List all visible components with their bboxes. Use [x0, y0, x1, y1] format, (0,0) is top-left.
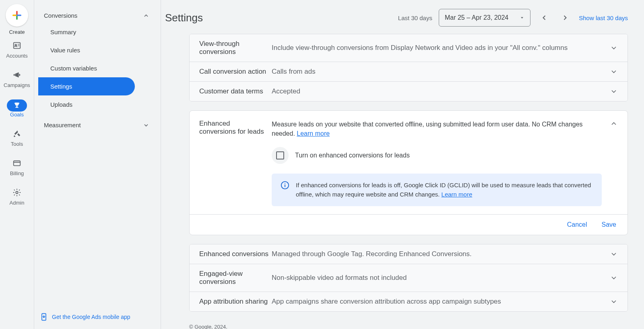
info-callout: If enhanced conversions for leads is off… [272, 174, 602, 206]
accordion-value: App campaigns share conversion attributi… [272, 298, 610, 306]
left-rail: Create Accounts Campaigns Goals Tools Bi… [0, 0, 34, 329]
create-label: Create [9, 29, 25, 35]
svg-marker-8 [521, 17, 523, 19]
create-button[interactable] [6, 4, 28, 27]
accounts-icon [12, 41, 22, 50]
checkbox[interactable] [272, 147, 289, 164]
accordion-enhanced-conversions[interactable]: Enhanced conversions Managed through Goo… [190, 244, 627, 264]
sidebar-item-settings[interactable]: Settings [38, 77, 135, 95]
date-controls: Last 30 days Mar 25 – Apr 23, 2024 Show … [398, 9, 628, 27]
chevron-up-icon [610, 120, 618, 128]
chevron-down-icon [610, 274, 618, 282]
info-learn-more-link[interactable]: Learn more [442, 191, 473, 198]
accordion-label: App attribution sharing [199, 298, 272, 306]
svg-point-1 [15, 44, 17, 46]
megaphone-icon [12, 70, 22, 80]
next-period-button[interactable] [558, 10, 572, 25]
accordion-value: Managed through Google Tag. Recording En… [272, 250, 610, 258]
main-content: Settings Last 30 days Mar 25 – Apr 23, 2… [161, 0, 644, 329]
footer-copyright: © Google, 2024. [189, 324, 628, 329]
rail-item-tools[interactable]: Tools [11, 129, 23, 147]
card-description: Measure leads on your website that conve… [272, 120, 602, 138]
accordion-app-attribution[interactable]: App attribution sharing App campaigns sh… [190, 292, 627, 311]
checkbox-box-icon [276, 151, 284, 159]
accordion-value: Calls from ads [272, 68, 610, 76]
learn-more-link[interactable]: Learn more [297, 130, 330, 137]
trophy-icon [7, 99, 27, 112]
page-title: Settings [165, 12, 203, 24]
accordion-group-bottom: Enhanced conversions Managed through Goo… [189, 244, 628, 312]
chevron-down-icon [610, 68, 618, 76]
mobile-app-link[interactable]: Get the Google Ads mobile app [40, 312, 130, 322]
sidebar-section-measurement[interactable]: Measurement [38, 114, 157, 132]
chevron-down-icon [610, 298, 618, 306]
rail-item-accounts[interactable]: Accounts [6, 41, 27, 59]
rail-label: Admin [10, 200, 25, 206]
date-range-text: Mar 25 – Apr 23, 2024 [445, 14, 508, 21]
enhanced-conversions-leads-card: Enhanced conversions for leads Measure l… [189, 110, 628, 235]
accordion-label: Enhanced conversions [199, 250, 272, 258]
date-range-picker[interactable]: Mar 25 – Apr 23, 2024 [439, 9, 530, 27]
card-icon [12, 158, 22, 168]
rail-item-admin[interactable]: Admin [10, 188, 25, 206]
chevron-down-icon [143, 122, 149, 128]
sidebar-section-conversions[interactable]: Conversions [38, 4, 157, 23]
rail-label: Campaigns [4, 82, 30, 88]
accordion-label: View-through conversions [199, 40, 272, 56]
rail-label: Billing [10, 170, 24, 176]
accordion-label: Customer data terms [199, 87, 272, 95]
accordion-label: Engaged-view conversions [199, 270, 272, 286]
svg-point-11 [285, 183, 285, 184]
card-actions: Cancel Save [190, 214, 627, 235]
accordion-label: Call conversion action [199, 68, 272, 76]
prev-period-button[interactable] [537, 10, 551, 25]
accordion-value: Non-skippable video ad formats not inclu… [272, 274, 610, 282]
rail-label: Tools [11, 141, 23, 147]
section-label: Measurement [44, 122, 81, 128]
sidebar-item-uploads[interactable]: Uploads [38, 95, 135, 114]
svg-rect-4 [14, 161, 21, 166]
chevron-down-icon [610, 44, 618, 52]
accordion-value: Include view-through conversions from Di… [272, 44, 610, 52]
chevron-up-icon [143, 12, 149, 19]
rail-item-billing[interactable]: Billing [10, 158, 24, 176]
chevron-down-icon [610, 87, 618, 95]
sidebar-item-value-rules[interactable]: Value rules [38, 41, 135, 59]
section-label: Conversions [44, 12, 77, 19]
dropdown-icon [520, 15, 524, 20]
svg-rect-3 [18, 46, 20, 46]
rail-label: Accounts [6, 53, 27, 59]
info-icon [281, 181, 289, 190]
accordion-value: Accepted [272, 87, 610, 95]
plus-icon [11, 10, 23, 21]
chevron-left-icon [540, 14, 548, 22]
enable-checkbox-row[interactable]: Turn on enhanced conversions for leads [272, 147, 602, 164]
chevron-down-icon [610, 250, 618, 258]
accordion-call-conversion[interactable]: Call conversion action Calls from ads [190, 62, 627, 82]
card-title: Enhanced conversions for leads [199, 120, 268, 206]
gear-icon [12, 188, 22, 197]
show-last-30-link[interactable]: Show last 30 days [579, 14, 628, 21]
accordion-engaged-view[interactable]: Engaged-view conversions Non-skippable v… [190, 264, 627, 292]
sidebar: Conversions Summary Value rules Custom v… [34, 0, 161, 329]
sidebar-item-custom-variables[interactable]: Custom variables [38, 59, 135, 77]
page-header: Settings Last 30 days Mar 25 – Apr 23, 2… [165, 0, 628, 34]
save-button[interactable]: Save [602, 221, 616, 228]
rail-item-campaigns[interactable]: Campaigns [4, 70, 30, 88]
sidebar-item-summary[interactable]: Summary [38, 23, 135, 41]
last-30-label: Last 30 days [398, 14, 432, 21]
cancel-button[interactable]: Cancel [567, 221, 587, 228]
svg-point-6 [16, 191, 18, 194]
tools-icon [12, 129, 22, 139]
accordion-view-through[interactable]: View-through conversions Include view-th… [190, 34, 627, 62]
collapse-button[interactable] [610, 120, 618, 128]
rail-label: Goals [10, 112, 24, 118]
rail-item-goals[interactable]: Goals [7, 99, 27, 118]
mobile-app-text: Get the Google Ads mobile app [52, 314, 130, 320]
accordion-group-top: View-through conversions Include view-th… [189, 34, 628, 101]
chevron-right-icon [561, 14, 569, 22]
svg-rect-2 [18, 44, 20, 44]
accordion-customer-data[interactable]: Customer data terms Accepted [190, 82, 627, 101]
phone-icon [40, 312, 48, 322]
checkbox-label: Turn on enhanced conversions for leads [295, 152, 410, 159]
